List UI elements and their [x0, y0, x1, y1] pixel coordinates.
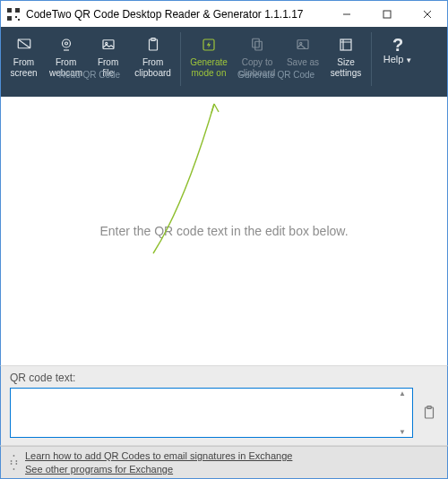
from-screen-button[interactable]: From screen: [3, 32, 45, 81]
clipboard-icon: [145, 36, 161, 54]
svg-point-11: [62, 39, 70, 47]
svg-rect-2: [7, 16, 12, 21]
from-file-button[interactable]: From file: [87, 32, 129, 81]
button-label: From screen: [11, 57, 38, 78]
titlebar: CodeTwo QR Code Desktop Reader & Generat…: [0, 0, 448, 27]
minimize-button[interactable]: [326, 1, 366, 27]
copy-to-clipboard-button[interactable]: Copy to clipboard: [233, 32, 281, 81]
svg-rect-4: [18, 19, 20, 21]
button-label: Copy to clipboard: [239, 57, 276, 78]
svg-rect-22: [340, 39, 351, 50]
app-icon: [6, 7, 21, 21]
toolbar-divider: [180, 32, 181, 86]
qr-text-panel: QR code text: ▲▼: [0, 365, 448, 446]
paste-from-clipboard-button[interactable]: [420, 388, 438, 438]
help-menu[interactable]: ? Help▼: [377, 36, 418, 64]
svg-rect-13: [103, 40, 114, 49]
scrollbar[interactable]: ▲▼: [399, 389, 411, 436]
button-label: Generate mode on: [190, 57, 228, 78]
toolbar: From screen From webcam From file From c…: [0, 27, 448, 97]
button-label: Size settings: [331, 57, 361, 78]
button-label: From file: [98, 57, 118, 78]
screen-icon: [16, 36, 32, 54]
chevron-down-icon: ▼: [405, 56, 412, 64]
close-button[interactable]: [407, 1, 447, 27]
svg-line-10: [18, 39, 30, 48]
svg-rect-18: [253, 38, 260, 47]
file-icon: [100, 36, 116, 54]
button-label: Save as: [287, 57, 319, 68]
svg-rect-20: [297, 40, 308, 49]
save-as-button[interactable]: Save as: [281, 32, 324, 72]
canvas-area: Enter the QR code text in the edit box b…: [0, 97, 448, 365]
svg-point-12: [65, 42, 67, 45]
svg-rect-6: [383, 11, 391, 18]
from-clipboard-button[interactable]: From clipboard: [129, 32, 177, 81]
qr-text-input[interactable]: [10, 388, 413, 438]
help-label: Help: [383, 54, 404, 64]
svg-rect-1: [15, 8, 20, 13]
svg-rect-0: [7, 8, 12, 13]
save-icon: [295, 36, 311, 54]
maximize-button[interactable]: [366, 1, 407, 27]
generate-mode-button[interactable]: Generate mode on: [185, 32, 233, 81]
size-icon: [338, 36, 354, 54]
window-title: CodeTwo QR Code Desktop Reader & Generat…: [26, 8, 326, 21]
annotation-arrow: [1, 97, 234, 276]
from-webcam-button[interactable]: From webcam: [45, 32, 87, 81]
window-controls: [326, 1, 447, 27]
svg-rect-3: [15, 16, 17, 18]
promo-icon: ∴∵: [10, 455, 16, 470]
svg-rect-19: [255, 41, 263, 50]
size-settings-button[interactable]: Size settings: [324, 32, 367, 81]
button-label: From webcam: [49, 57, 82, 78]
lightning-icon: [201, 36, 217, 54]
qr-text-label: QR code text:: [10, 372, 438, 384]
webcam-icon: [58, 36, 74, 54]
copy-icon: [249, 36, 265, 54]
footer: ∴∵ Learn how to add QR Codes to email si…: [0, 446, 448, 479]
button-label: From clipboard: [134, 57, 171, 78]
footer-link-other-programs[interactable]: See other programs for Exchange: [25, 463, 292, 476]
footer-link-exchange-signatures[interactable]: Learn how to add QR Codes to email signa…: [25, 449, 292, 463]
toolbar-divider: [371, 32, 372, 86]
help-icon: ?: [392, 36, 403, 54]
